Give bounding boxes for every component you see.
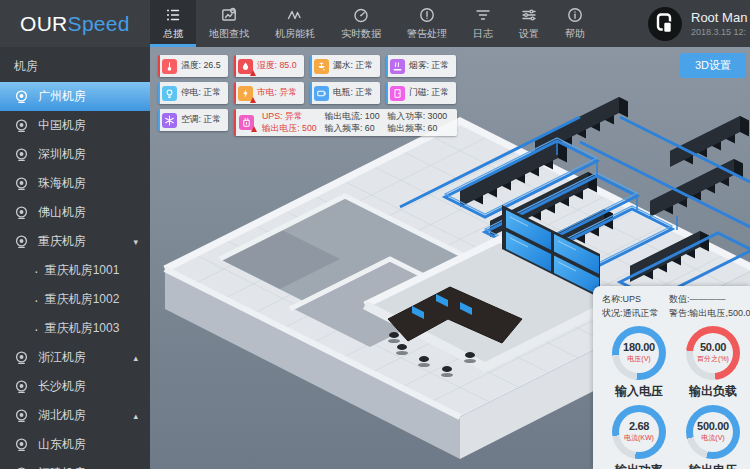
sidebar-item-label: 广州机房 xyxy=(38,88,86,105)
battery-icon xyxy=(314,86,329,101)
badge-label: 温度: 26.5 xyxy=(181,60,221,72)
sidebar-item-label: 重庆机房1001 xyxy=(45,262,120,279)
gauge-unit: 电压(V) xyxy=(627,354,650,364)
gauge-value: 2.68 xyxy=(629,420,649,432)
tab-label: 日志 xyxy=(473,27,493,41)
chevron-down-icon: ▾ xyxy=(133,237,138,247)
gauge-name: 输出功率 xyxy=(615,462,663,469)
sidebar-item-fujian[interactable]: 福建机房 xyxy=(0,459,150,469)
top-header: OURSpeed 总揽 地图查找 机房能耗 实时数据 警告处理 日志 设置 帮助… xyxy=(0,0,750,47)
tab-map-search[interactable]: 地图查找 xyxy=(196,0,262,47)
gauge-output-voltage: 500.00 电流(V) 输出电压 xyxy=(676,403,750,469)
tab-settings[interactable]: 设置 xyxy=(506,0,552,47)
tab-logs[interactable]: 日志 xyxy=(460,0,506,47)
badge-row: 停电: 正常 市电: 异常 电瓶: 正常 门磁: 正常 xyxy=(158,82,457,104)
chevron-up-icon: ▴ xyxy=(133,353,138,363)
sidebar-item-zhuhai[interactable]: 珠海机房 xyxy=(0,169,150,198)
device-info-panel: 名称:UPS 状况:通讯正常 数值:———— 警告:输出电压,500.00,20… xyxy=(593,286,750,469)
status-badge-mains-power[interactable]: 市电: 异常 xyxy=(234,82,304,104)
sidebar-item-foshan[interactable]: 佛山机房 xyxy=(0,198,150,227)
bullet-icon: · xyxy=(34,292,39,308)
3d-settings-button[interactable]: 3D设置 xyxy=(680,53,746,78)
tab-realtime-data[interactable]: 实时数据 xyxy=(328,0,394,47)
status-badge-temperature[interactable]: 温度: 26.5 xyxy=(158,55,228,77)
status-badge-battery[interactable]: 电瓶: 正常 xyxy=(310,82,380,104)
gauge-name: 输入电压 xyxy=(615,383,663,400)
bullet-icon: · xyxy=(34,263,39,279)
camera-icon xyxy=(14,379,29,394)
camera-icon xyxy=(14,118,29,133)
gauge-ring: 50.00 百分之(%) xyxy=(686,326,740,380)
status-badge-power-outage[interactable]: 停电: 正常 xyxy=(158,82,228,104)
badge-label: 湿度: 85.0 xyxy=(257,60,297,72)
snowflake-icon xyxy=(162,113,177,128)
smoke-icon xyxy=(390,59,405,74)
sidebar-room-list: 广州机房 中国机房 深圳机房 珠海机房 佛山机房 重庆机房▾ ·重庆机房1001… xyxy=(0,82,150,469)
tab-help[interactable]: 帮助 xyxy=(552,0,598,47)
sidebar-item-zhejiang[interactable]: 浙江机房▴ xyxy=(0,343,150,372)
device-value: 数值:———— xyxy=(669,293,750,307)
sidebar-item-shenzhen[interactable]: 深圳机房 xyxy=(0,140,150,169)
status-badge-water-leak[interactable]: 漏水: 正常 xyxy=(310,55,380,77)
energy-wave-icon xyxy=(287,7,303,23)
sidebar-item-chongqing[interactable]: 重庆机房▾ xyxy=(0,227,150,256)
sidebar-item-chongqing-1003[interactable]: ·重庆机房1003 xyxy=(0,314,150,343)
gauge-value: 180.00 xyxy=(623,341,655,353)
ups-alert-text: UPS: 异常输出电压: 500 xyxy=(262,111,317,135)
tab-overview[interactable]: 总揽 xyxy=(150,0,196,47)
sidebar-item-label: 重庆机房1002 xyxy=(45,291,120,308)
gauge-name: 输出负载 xyxy=(689,383,737,400)
user-box[interactable]: Root Man 2018.3.15 12: xyxy=(648,0,747,47)
camera-icon xyxy=(14,205,29,220)
sidebar-item-shandong[interactable]: 山东机房 xyxy=(0,430,150,459)
status-badge-humidity[interactable]: 湿度: 85.0 xyxy=(234,55,304,77)
sidebar-item-label: 浙江机房 xyxy=(38,349,86,366)
gauge-unit: 电流(V) xyxy=(701,433,724,443)
tab-alert-handling[interactable]: 警告处理 xyxy=(394,0,460,47)
bullet-icon: · xyxy=(34,321,39,337)
water-drop-icon xyxy=(238,59,253,74)
sidebar-item-chongqing-1001[interactable]: ·重庆机房1001 xyxy=(0,256,150,285)
ups-plug-icon xyxy=(239,115,254,130)
sidebar-item-hubei[interactable]: 湖北机房▴ xyxy=(0,401,150,430)
warning-triangle-icon xyxy=(250,70,256,76)
sidebar-item-chongqing-1002[interactable]: ·重庆机房1002 xyxy=(0,285,150,314)
gauge-unit: 百分之(%) xyxy=(697,354,729,364)
gauge-output-load: 50.00 百分之(%) 输出负载 xyxy=(676,324,750,403)
user-name: Root Man xyxy=(691,10,747,27)
badge-label: 漏水: 正常 xyxy=(333,60,373,72)
thermometer-icon xyxy=(162,59,177,74)
tab-label: 实时数据 xyxy=(341,27,381,41)
sidebar-item-china[interactable]: 中国机房 xyxy=(0,111,150,140)
tab-label: 警告处理 xyxy=(407,27,447,41)
warning-triangle-icon xyxy=(250,97,256,103)
camera-icon xyxy=(14,147,29,162)
chevron-up-icon: ▴ xyxy=(133,411,138,421)
gauge-ring: 500.00 电流(V) xyxy=(686,405,740,459)
map-search-icon xyxy=(221,7,237,23)
badge-label: 空调: 正常 xyxy=(181,114,221,126)
ups-metrics-col: 输入功率: 3000输出频率: 60 xyxy=(388,111,448,135)
status-badge-air-conditioner[interactable]: 空调: 正常 xyxy=(158,109,228,131)
tab-label: 设置 xyxy=(519,27,539,41)
status-badge-smoke[interactable]: 烟雾: 正常 xyxy=(386,55,456,77)
ups-metrics-col: 输出电流: 100输入频率: 60 xyxy=(325,111,380,135)
sidebar-item-guangzhou[interactable]: 广州机房 xyxy=(0,82,150,111)
lightning-icon xyxy=(238,86,253,101)
camera-icon xyxy=(14,350,29,365)
status-badge-ups[interactable]: UPS: 异常输出电压: 500 输出电流: 100输入频率: 60 输入功率:… xyxy=(234,109,457,136)
gauge-grid: 180.00 电压(V) 输入电压 50.00 百分之(%) 输出负载 2.68… xyxy=(602,324,750,469)
door-icon xyxy=(390,86,405,101)
status-badge-door-sensor[interactable]: 门磁: 正常 xyxy=(386,82,456,104)
device-name: 名称:UPS xyxy=(602,293,664,307)
camera-icon xyxy=(14,176,29,191)
nav-tabs: 总揽 地图查找 机房能耗 实时数据 警告处理 日志 设置 帮助 xyxy=(150,0,598,47)
bulb-icon xyxy=(162,86,177,101)
tab-label: 总揽 xyxy=(163,27,183,41)
sidebar-item-changsha[interactable]: 长沙机房 xyxy=(0,372,150,401)
tab-room-energy[interactable]: 机房能耗 xyxy=(262,0,328,47)
gauge-value: 500.00 xyxy=(697,420,729,432)
gauge-output-power: 2.68 电流(KW) 输出功率 xyxy=(602,403,676,469)
badge-label: 门磁: 正常 xyxy=(409,87,449,99)
tab-label: 地图查找 xyxy=(209,27,249,41)
